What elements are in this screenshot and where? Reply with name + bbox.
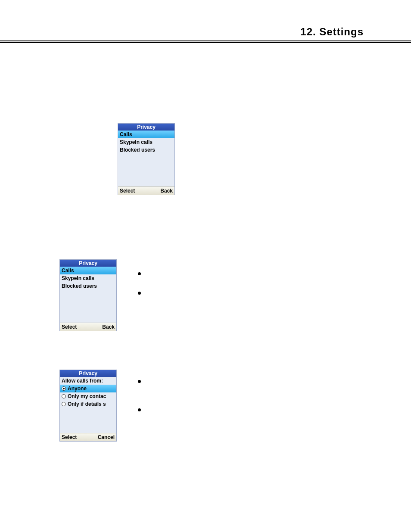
menu-item-skypein[interactable]: SkypeIn calls [60, 274, 116, 282]
screen-body: Calls SkypeIn calls Blocked users [118, 131, 174, 187]
allow-calls-screen: Privacy Allow calls from: Anyone Only my… [59, 370, 117, 442]
option-only-contacts[interactable]: Only my contac [60, 392, 116, 400]
menu-item-calls[interactable]: Calls [60, 267, 116, 274]
screen-title: Privacy [60, 370, 116, 377]
radio-icon [62, 402, 66, 406]
screen-body: Calls SkypeIn calls Blocked users [60, 267, 116, 323]
softkey-back[interactable]: Back [160, 188, 173, 194]
screen-body: Allow calls from: Anyone Only my contac … [60, 377, 116, 433]
screen-title: Privacy [60, 260, 116, 267]
softkey-cancel[interactable]: Cancel [98, 434, 115, 440]
bullet-icon [138, 272, 141, 275]
radio-icon [62, 394, 66, 398]
allow-calls-label: Allow calls from: [60, 377, 116, 385]
softkey-bar: Select Cancel [60, 433, 116, 441]
menu-item-blocked[interactable]: Blocked users [60, 282, 116, 290]
option-label: Only if details s [68, 401, 106, 407]
softkey-select[interactable]: Select [62, 434, 77, 440]
option-label: Anyone [68, 386, 87, 392]
softkey-bar: Select Back [60, 323, 116, 331]
bullet-icon [138, 408, 141, 411]
header-rule [0, 40, 411, 43]
menu-item-calls[interactable]: Calls [118, 131, 174, 138]
softkey-back[interactable]: Back [102, 324, 115, 330]
softkey-select[interactable]: Select [120, 188, 135, 194]
screen-title: Privacy [118, 124, 174, 131]
bullet-icon [138, 380, 141, 383]
option-only-details[interactable]: Only if details s [60, 400, 116, 408]
menu-item-skypein[interactable]: SkypeIn calls [118, 138, 174, 146]
page-title: 12. Settings [300, 26, 364, 38]
option-anyone[interactable]: Anyone [60, 385, 116, 392]
menu-item-blocked[interactable]: Blocked users [118, 146, 174, 154]
bullet-icon [138, 292, 141, 295]
option-label: Only my contac [68, 393, 106, 399]
privacy-screen-1: Privacy Calls SkypeIn calls Blocked user… [118, 123, 175, 195]
softkey-bar: Select Back [118, 187, 174, 195]
softkey-select[interactable]: Select [62, 324, 77, 330]
radio-icon [62, 386, 66, 391]
privacy-screen-2: Privacy Calls SkypeIn calls Blocked user… [59, 259, 117, 331]
